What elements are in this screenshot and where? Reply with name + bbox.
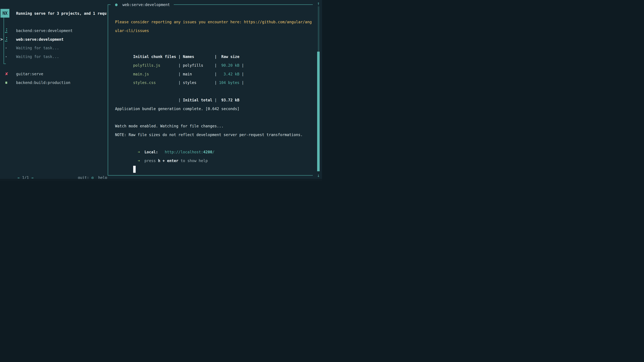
task-label: backend:serve:development: [16, 26, 72, 35]
chunk-file: main.js: [133, 70, 178, 79]
waiting-dot-icon: [6, 56, 6, 57]
help-post-text: to show help: [178, 159, 208, 163]
sidebar-item-backend-serve[interactable]: backend:serve:development: [0, 26, 108, 35]
column-separator: |: [214, 72, 219, 76]
task-label: Waiting for task...: [16, 52, 59, 61]
scroll-up-arrow-icon[interactable]: ↑: [316, 1, 321, 6]
note-line: NOTE: Raw file sizes do not reflect deve…: [115, 131, 313, 139]
chunk-file: polyfills.js: [133, 61, 178, 70]
blank-line: [115, 113, 313, 122]
header-raw-size: Raw size: [219, 52, 239, 61]
terminal-output: Please consider reporting any issues you…: [115, 18, 313, 165]
window-bottom-edge: [0, 179, 322, 181]
row-end-separator: |: [239, 80, 244, 85]
spinner-icon: [5, 28, 8, 33]
task-label: backend:build:production: [16, 78, 70, 87]
chunk-size: 3.42 kB: [219, 70, 239, 79]
panel-title: web:serve:development: [122, 2, 170, 7]
notice-line-1: Please consider reporting any issues you…: [115, 18, 313, 26]
column-separator: |: [214, 63, 219, 67]
sidebar-header: Running serve for 3 projects, and 1 requ: [16, 9, 108, 18]
column-separator: |: [178, 80, 183, 85]
sidebar-item-web-serve[interactable]: > web:serve:development: [0, 35, 108, 44]
header-files: Initial chunk files: [133, 52, 178, 61]
arrow-right-icon: ➜: [133, 159, 140, 163]
local-url-slash[interactable]: /: [212, 150, 214, 154]
local-url[interactable]: http://localhost:: [158, 150, 203, 154]
running-dot-icon: [115, 3, 118, 6]
task-label: web:serve:development: [16, 35, 64, 44]
task-label: Waiting for task...: [16, 43, 59, 52]
waiting-dot-icon: [6, 48, 6, 48]
chunk-name: polyfills: [183, 61, 214, 70]
blank-line: [115, 35, 313, 44]
total-size: 93.72 kB: [219, 96, 239, 105]
sidebar-item-backend-build[interactable]: backend:build:production: [0, 78, 108, 87]
pager-control[interactable]: ← 1/1 →: [4, 165, 33, 173]
row-end-separator: |: [239, 72, 244, 76]
chunk-table-header: Initial chunk files| Names| Raw size: [115, 44, 313, 52]
local-label: Local:: [140, 150, 158, 154]
total-label: Initial total: [183, 96, 214, 105]
chunk-name: styles: [183, 78, 214, 87]
sidebar-item-guitar-serve[interactable]: ✘ guitar:serve: [0, 69, 108, 78]
task-output-panel: web:serve:development Please consider re…: [108, 4, 313, 176]
column-separator: |: [178, 72, 183, 76]
column-separator: |: [214, 54, 219, 59]
sidebar-item-waiting-2: Waiting for task...: [0, 52, 108, 61]
task-label: guitar:serve: [16, 69, 43, 78]
column-separator: |: [214, 80, 219, 85]
column-separator: |: [214, 98, 219, 102]
chunk-name: main: [183, 70, 214, 79]
chunk-size: 90.20 kB: [219, 61, 239, 70]
nx-logo: NX: [0, 9, 10, 17]
keyboard-hints: quit: q help: ?: [64, 165, 108, 173]
bundle-complete-line: Application bundle generation complete. …: [115, 105, 313, 113]
selected-caret-icon: >: [0, 35, 3, 44]
sidebar-item-waiting-1: Waiting for task...: [0, 43, 108, 52]
table-total-row: | Initial total| 93.72 kB: [115, 87, 313, 96]
arrow-right-icon: ➜: [133, 150, 140, 154]
terminal-screen: NX Running serve for 3 projects, and 1 r…: [0, 0, 322, 181]
panel-border-fill: [174, 4, 313, 5]
chunk-size: 104 bytes: [219, 78, 239, 87]
column-separator: |: [178, 63, 183, 67]
scrollbar-thumb[interactable]: [317, 52, 320, 171]
header-names: Names: [183, 52, 214, 61]
row-end-separator: |: [239, 63, 244, 67]
failed-x-icon: ✘: [5, 69, 8, 78]
local-port[interactable]: 4200: [203, 150, 212, 154]
column-separator: |: [178, 54, 183, 59]
task-sidebar: NX Running serve for 3 projects, and 1 r…: [0, 0, 108, 181]
scroll-down-arrow-icon[interactable]: ↓: [316, 173, 321, 178]
column-separator: |: [178, 98, 183, 102]
panel-border-stub: [108, 4, 110, 5]
watch-mode-line: Watch mode enabled. Watching for file ch…: [115, 122, 313, 131]
notice-line-2: ular-cli/issues: [115, 26, 313, 35]
chunk-file: styles.css: [133, 78, 178, 87]
help-pre-text: press: [140, 159, 158, 163]
success-square-icon: [5, 82, 7, 84]
help-keys: h + enter: [158, 159, 178, 163]
terminal-cursor: [133, 166, 136, 173]
spinner-icon: [5, 37, 8, 42]
local-url-line: ➜ Local: http://localhost:4200/: [115, 139, 313, 148]
